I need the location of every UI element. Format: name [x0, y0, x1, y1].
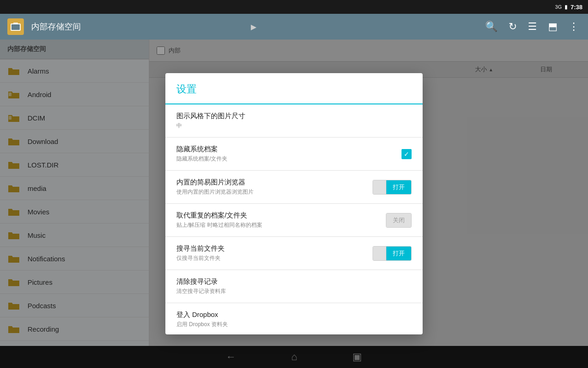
app-bar: 内部存储空间 ▶ 🔍 ↻ ☰ ⬒ ⋮	[0, 14, 588, 40]
settings-dialog: 设置 图示风格下的图片尺寸 中 隐藏系统档案 隐藏系统档案/文件夹	[165, 73, 423, 334]
app-icon	[7, 18, 24, 35]
toggle-on-label[interactable]: 打开	[386, 180, 411, 194]
dialog-title: 设置	[176, 83, 197, 95]
settings-item-text-image-browser: 内置的简易图片浏览器 使用内置的图片浏览器浏览图片	[176, 178, 373, 196]
dialog-title-bar: 设置	[165, 73, 423, 104]
settings-label-image-browser: 内置的简易图片浏览器	[176, 178, 373, 187]
settings-desc-search-current: 仅搜寻当前文件夹	[176, 254, 373, 262]
settings-item-text-dropbox: 登入 Dropbox 启用 Dropbox 资料夹	[176, 310, 412, 328]
settings-item-search-current[interactable]: 搜寻当前文件夹 仅搜寻当前文件夹 打开	[165, 237, 423, 270]
settings-desc-image-size: 中	[176, 122, 412, 130]
search-current-toggle[interactable]: 打开	[373, 246, 412, 261]
cast-button[interactable]: ⬒	[546, 19, 560, 34]
hide-system-checkbox[interactable]	[401, 149, 412, 159]
settings-desc-clear-history: 清空搜寻记录资料库	[176, 288, 412, 295]
settings-desc-hide-system: 隐藏系统档案/文件夹	[176, 155, 401, 163]
status-time: 7:38	[571, 4, 582, 11]
search-button[interactable]: 🔍	[483, 19, 499, 34]
settings-desc-dropbox: 启用 Dropbox 资料夹	[176, 321, 412, 328]
search-toggle-on[interactable]: 打开	[386, 247, 411, 260]
main-content: 内部存储空间 Alarms + Android DCIM Download	[0, 40, 588, 368]
svg-rect-1	[11, 24, 20, 30]
settings-label-search-current: 搜寻当前文件夹	[176, 244, 373, 253]
settings-label-hide-system: 隐藏系统档案	[176, 145, 401, 154]
settings-item-text-clear-history: 清除搜寻记录 清空搜寻记录资料库	[176, 277, 412, 295]
status-bar: 3G ▮ 7:38	[0, 0, 588, 14]
settings-item-image-size[interactable]: 图示风格下的图片尺寸 中	[165, 104, 423, 138]
settings-item-clear-history[interactable]: 清除搜寻记录 清空搜寻记录资料库	[165, 270, 423, 303]
settings-item-image-browser[interactable]: 内置的简易图片浏览器 使用内置的图片浏览器浏览图片 打开	[165, 171, 423, 204]
settings-label-replace-duplicate: 取代重复的档案/文件夹	[176, 211, 386, 220]
settings-item-hide-system[interactable]: 隐藏系统档案 隐藏系统档案/文件夹	[165, 138, 423, 171]
dialog-overlay: 设置 图示风格下的图片尺寸 中 隐藏系统档案 隐藏系统档案/文件夹	[0, 40, 588, 368]
settings-label-clear-history: 清除搜寻记录	[176, 277, 412, 286]
breadcrumb-arrow: ▶	[251, 23, 256, 31]
settings-label-image-size: 图示风格下的图片尺寸	[176, 112, 412, 121]
battery-icon: ▮	[565, 4, 568, 10]
dialog-body: 图示风格下的图片尺寸 中 隐藏系统档案 隐藏系统档案/文件夹 内置的简易图片浏览…	[165, 104, 423, 334]
refresh-button[interactable]: ↻	[507, 19, 519, 34]
search-toggle-off[interactable]	[373, 247, 386, 260]
image-browser-toggle[interactable]: 打开	[373, 180, 412, 195]
settings-item-dropbox[interactable]: 登入 Dropbox 启用 Dropbox 资料夹	[165, 303, 423, 334]
toggle-off-only-label[interactable]: 关闭	[386, 213, 411, 227]
settings-item-text-replace-duplicate: 取代重复的档案/文件夹 贴上/解压缩 时略过相同名称的档案	[176, 211, 386, 229]
settings-item-text-search-current: 搜寻当前文件夹 仅搜寻当前文件夹	[176, 244, 373, 262]
settings-item-text-hide-system: 隐藏系统档案 隐藏系统档案/文件夹	[176, 145, 401, 163]
list-button[interactable]: ☰	[526, 19, 539, 34]
signal-icon: 3G	[555, 4, 562, 10]
settings-desc-replace-duplicate: 贴上/解压缩 时略过相同名称的档案	[176, 221, 386, 229]
more-button[interactable]: ⋮	[567, 19, 581, 34]
settings-label-dropbox: 登入 Dropbox	[176, 310, 412, 319]
toggle-off-label[interactable]	[373, 180, 386, 194]
svg-rect-2	[13, 23, 18, 24]
app-title: 内部存储空间	[31, 21, 243, 32]
replace-duplicate-toggle[interactable]: 关闭	[386, 213, 412, 228]
settings-desc-image-browser: 使用内置的图片浏览器浏览图片	[176, 188, 373, 196]
settings-item-text-image-size: 图示风格下的图片尺寸 中	[176, 112, 412, 130]
settings-item-replace-duplicate[interactable]: 取代重复的档案/文件夹 贴上/解压缩 时略过相同名称的档案 关闭	[165, 204, 423, 237]
